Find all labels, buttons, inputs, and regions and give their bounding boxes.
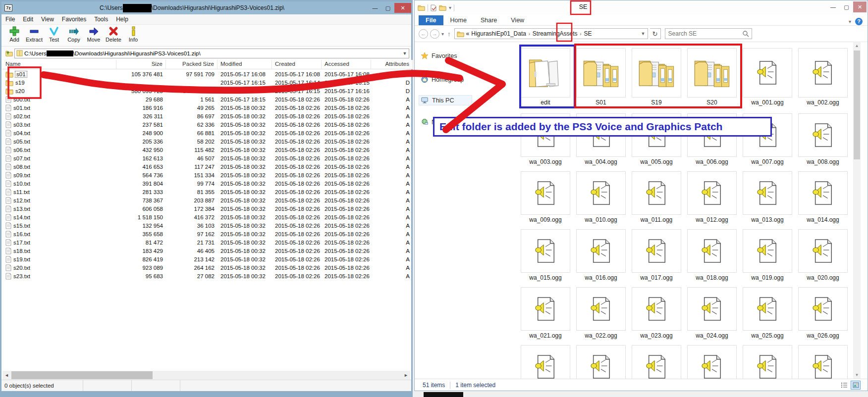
maximize-button[interactable]: ▢ — [381, 3, 394, 13]
folder-icon[interactable] — [418, 4, 425, 11]
column-header-size[interactable]: Size — [116, 60, 166, 69]
table-row[interactable]: s14.txt1 518 150416 3722015-05-18 00:322… — [2, 213, 413, 221]
refresh-button[interactable]: ↻ — [650, 28, 661, 39]
grid-item-wa_025.ogg[interactable]: wa_025.ogg — [743, 287, 792, 339]
scroll-down-icon[interactable]: ▼ — [853, 371, 861, 379]
table-row[interactable]: s01105 376 48197 591 7092015-05-17 16:08… — [2, 70, 413, 78]
close-button[interactable]: ✕ — [853, 1, 867, 12]
table-row[interactable]: s18.txt183 42946 4052015-05-18 00:322015… — [2, 247, 413, 255]
scroll-up-icon[interactable]: ▲ — [853, 42, 861, 50]
scroll-right-icon[interactable]: ► — [402, 373, 410, 378]
grid-item-wa_001.ogg[interactable]: wa_001.ogg — [743, 48, 792, 106]
thumbnail-view-button[interactable] — [851, 381, 861, 390]
table-row[interactable]: s11.txt281 33381 3552015-05-18 00:322015… — [2, 188, 413, 196]
explorer-titlebar[interactable]: ▾ SE — ▢ ✕ — [415, 0, 868, 15]
menu-item-edit[interactable]: Edit — [19, 15, 37, 24]
collapse-ribbon-icon[interactable]: ▾ — [849, 19, 851, 24]
table-row[interactable]: s20.txt923 089264 1622015-05-18 00:32201… — [2, 263, 413, 272]
grid-item-wa_002.ogg[interactable]: wa_002.ogg — [798, 48, 848, 106]
back-button[interactable]: ← — [419, 29, 428, 39]
menu-item-file[interactable]: File — [1, 15, 19, 24]
sidebar-item-homegroup[interactable]: Homegroup — [419, 75, 466, 84]
grid-item-wa_014.ogg[interactable]: wa_014.ogg — [798, 171, 848, 223]
grid-item-edit[interactable]: edit — [521, 48, 570, 106]
maximize-button[interactable]: ▢ — [840, 1, 853, 12]
grid-item-wa_016.ogg[interactable]: wa_016.ogg — [576, 229, 626, 281]
table-row[interactable]: s00.txt29 6881 5612015-05-17 18:152015-0… — [2, 95, 413, 103]
scrollbar-thumb[interactable] — [11, 371, 153, 379]
table-row[interactable]: s03.txt237 58162 3362015-05-18 00:322015… — [2, 120, 413, 129]
sidebar-item-this-pc[interactable]: This PC — [419, 95, 472, 105]
grid-item-wa_013.ogg[interactable]: wa_013.ogg — [743, 171, 792, 223]
table-row[interactable]: s12.txt738 367203 8872015-05-18 00:32201… — [2, 196, 413, 204]
breadcrumb-item-streamingassets[interactable]: StreamingAssets — [533, 30, 578, 37]
table-row[interactable]: s07.txt162 61346 5072015-05-18 00:322015… — [2, 154, 413, 162]
grid-item-wa_011.ogg[interactable]: wa_011.ogg — [632, 171, 681, 223]
chevron-down-icon[interactable]: ▼ — [401, 51, 409, 56]
column-header-packed-size[interactable]: Packed Size — [166, 60, 217, 69]
grid-item-wa_012.ogg[interactable]: wa_012.ogg — [687, 171, 737, 223]
address-bar[interactable]: « HigurashiEp01_Data › StreamingAssets ›… — [454, 28, 648, 39]
search-input[interactable] — [665, 30, 742, 37]
tab-view[interactable]: View — [504, 15, 531, 25]
table-row[interactable]: s13.txt606 058172 3842015-05-18 00:32201… — [2, 204, 413, 213]
toolbar-button-info[interactable]: Info — [123, 25, 143, 43]
column-header-attributes[interactable]: Attributes — [371, 60, 413, 69]
table-row[interactable]: s02.txt326 31186 6972015-05-18 00:322015… — [2, 112, 413, 120]
chevron-down-icon[interactable]: ▾ — [449, 5, 451, 10]
scroll-left-icon[interactable]: ◄ — [2, 373, 11, 378]
toolbar-button-delete[interactable]: Delete — [104, 25, 123, 43]
table-row[interactable]: s19.txt826 419213 1422015-05-18 00:32201… — [2, 255, 413, 263]
table-row[interactable]: s20580 093 725543 383 9662015-05-17 16:1… — [2, 87, 413, 95]
menu-item-help[interactable]: Help — [112, 15, 132, 24]
help-icon[interactable]: ? — [855, 18, 863, 25]
tab-share[interactable]: Share — [474, 15, 504, 25]
up-one-level-button[interactable] — [3, 49, 14, 58]
grid-item-wa_021.ogg[interactable]: wa_021.ogg — [521, 287, 570, 339]
details-view-button[interactable] — [839, 381, 849, 390]
grid-item-wa_017.ogg[interactable]: wa_017.ogg — [632, 229, 681, 281]
close-button[interactable]: ✕ — [394, 3, 411, 13]
grid-item-wa_026.ogg[interactable]: wa_026.ogg — [798, 287, 848, 339]
table-row[interactable]: s01.txt186 91649 2652015-05-18 00:322015… — [2, 103, 413, 112]
table-row[interactable]: s23.txt95 68327 0822015-05-18 00:322015-… — [2, 272, 413, 280]
recent-locations-icon[interactable]: ▾ — [441, 31, 444, 37]
table-row[interactable]: s192015-05-17 16:152015-05-17 16:142015-… — [2, 78, 413, 87]
search-icon[interactable] — [742, 30, 749, 37]
menu-item-view[interactable]: View — [37, 15, 58, 24]
tab-file[interactable]: File — [419, 15, 443, 25]
table-row[interactable]: s10.txt391 80499 7742015-05-18 00:322015… — [2, 179, 413, 188]
grid-item-s20[interactable]: S20 — [687, 48, 737, 106]
breadcrumb-overflow[interactable]: « — [466, 30, 470, 37]
menu-item-favorites[interactable]: Favorites — [58, 15, 90, 24]
grid-item-wa_018.ogg[interactable]: wa_018.ogg — [687, 229, 737, 281]
minimize-button[interactable]: — — [369, 3, 381, 13]
vertical-scrollbar[interactable]: ▲ ▼ — [853, 42, 861, 379]
table-row[interactable]: s08.txt416 653117 2472015-05-18 00:32201… — [2, 162, 413, 171]
table-row[interactable]: s06.txt432 950115 4822015-05-18 00:32201… — [2, 146, 413, 154]
grid-item-wa_015.ogg[interactable]: wa_015.ogg — [521, 229, 570, 281]
grid-item-wa_024.ogg[interactable]: wa_024.ogg — [687, 287, 737, 339]
table-row[interactable]: s17.txt81 47221 7312015-05-18 00:322015-… — [2, 238, 413, 247]
forward-button[interactable]: → — [430, 29, 439, 39]
toolbar-button-add[interactable]: Add — [4, 25, 24, 43]
up-button[interactable]: ↑ — [446, 30, 452, 38]
toolbar-button-test[interactable]: Test — [44, 25, 64, 43]
table-row[interactable]: s09.txt564 736151 3342015-05-18 00:32201… — [2, 171, 413, 179]
grid-item-wa_023.ogg[interactable]: wa_023.ogg — [632, 287, 681, 339]
grid-item-wa_022.ogg[interactable]: wa_022.ogg — [576, 287, 626, 339]
sidebar-item-favorites[interactable]: Favorites — [419, 51, 459, 60]
grid-item-wa_008.ogg[interactable]: wa_008.ogg — [798, 113, 848, 165]
column-header-created[interactable]: Created — [272, 60, 322, 69]
toolbar-button-move[interactable]: Move — [84, 25, 104, 43]
toolbar-button-extract[interactable]: Extract — [24, 25, 44, 43]
toolbar-button-copy[interactable]: Copy — [64, 25, 84, 43]
menu-item-tools[interactable]: Tools — [90, 15, 112, 24]
chevron-down-icon[interactable]: ▼ — [641, 31, 648, 36]
table-row[interactable]: s05.txt205 33658 2022015-05-18 00:322015… — [2, 137, 413, 146]
grid-item-s19[interactable]: S19 — [632, 48, 681, 106]
search-box[interactable] — [665, 28, 752, 39]
horizontal-scrollbar[interactable]: ◄ ► — [2, 371, 410, 380]
table-row[interactable]: s16.txt355 65897 1622015-05-18 00:322015… — [2, 230, 413, 238]
breadcrumb-item-se[interactable]: SE — [584, 30, 592, 37]
